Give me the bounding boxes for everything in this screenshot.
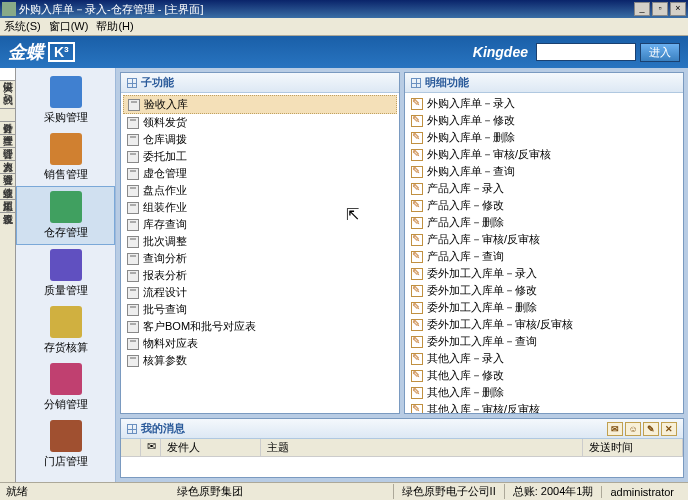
vtab-5[interactable]: 人力资源 <box>0 148 15 161</box>
list-item[interactable]: 客户BOM和批号对应表 <box>123 318 397 335</box>
list-item[interactable]: 仓库调拨 <box>123 131 397 148</box>
expand-icon[interactable] <box>127 78 137 88</box>
list-item[interactable]: 查询分析 <box>123 250 397 267</box>
menu-help[interactable]: 帮助(H) <box>96 19 133 34</box>
edit-icon <box>411 285 423 297</box>
doc-icon <box>127 321 139 333</box>
module-icon <box>50 363 82 395</box>
brand-kingdee: Kingdee <box>473 44 528 60</box>
edit-icon <box>411 336 423 348</box>
list-item[interactable]: 领料发货 <box>123 114 397 131</box>
vtab-4[interactable]: 管理会计 <box>0 135 15 148</box>
list-item[interactable]: 批次调整 <box>123 233 397 250</box>
vtab-9[interactable]: 系统设置 <box>0 200 15 213</box>
list-item[interactable]: 批号查询 <box>123 301 397 318</box>
list-item[interactable]: 产品入库－审核/反审核 <box>407 231 681 248</box>
module-4[interactable]: 存货核算 <box>16 302 115 359</box>
vtab-0[interactable]: 供应链 <box>0 68 15 81</box>
list-item[interactable]: 验收入库 <box>123 95 397 114</box>
vtab-3[interactable]: 生产管理 <box>0 122 15 135</box>
go-button[interactable]: 进入 <box>640 43 680 62</box>
msg-tool-4[interactable]: ✕ <box>661 422 677 436</box>
list-item[interactable]: 外购入库单－修改 <box>407 112 681 129</box>
col-icon[interactable] <box>121 439 141 456</box>
menu-window[interactable]: 窗口(W) <box>49 19 89 34</box>
expand-icon[interactable] <box>411 78 421 88</box>
list-item[interactable]: 委外加工入库单－修改 <box>407 282 681 299</box>
list-item[interactable]: 产品入库－录入 <box>407 180 681 197</box>
list-item[interactable]: 其他入库－审核/反审核 <box>407 401 681 413</box>
doc-icon <box>127 236 139 248</box>
item-label: 虚仓管理 <box>143 166 187 181</box>
panel-title: 子功能 <box>141 75 174 90</box>
list-item[interactable]: 核算参数 <box>123 352 397 369</box>
list-item[interactable]: 其他入库－删除 <box>407 384 681 401</box>
list-item[interactable]: 其他入库－录入 <box>407 350 681 367</box>
maximize-button[interactable]: ▫ <box>652 2 668 16</box>
minimize-button[interactable]: _ <box>634 2 650 16</box>
item-label: 外购入库单－审核/反审核 <box>427 147 551 162</box>
list-item[interactable]: 物料对应表 <box>123 335 397 352</box>
window-title: 外购入库单－录入-仓存管理 - [主界面] <box>19 2 632 17</box>
vtab-8[interactable]: 集团汇总 <box>0 187 15 200</box>
list-item[interactable]: 委外加工入库单－审核/反审核 <box>407 316 681 333</box>
list-item[interactable]: 库存查询 <box>123 216 397 233</box>
col-sender[interactable]: 发件人 <box>161 439 261 456</box>
list-item[interactable]: 外购入库单－录入 <box>407 95 681 112</box>
module-5[interactable]: 分销管理 <box>16 359 115 416</box>
msg-tool-2[interactable]: ☺ <box>625 422 641 436</box>
list-item[interactable]: 外购入库单－查询 <box>407 163 681 180</box>
module-1[interactable]: 销售管理 <box>16 129 115 186</box>
list-item[interactable]: 流程设计 <box>123 284 397 301</box>
vtab-1[interactable]: 我的K/3 <box>0 81 15 109</box>
list-item[interactable]: 委外加工入库单－录入 <box>407 265 681 282</box>
close-button[interactable]: × <box>670 2 686 16</box>
edit-icon <box>411 370 423 382</box>
list-item[interactable]: 其他入库－修改 <box>407 367 681 384</box>
module-6[interactable]: 门店管理 <box>16 416 115 473</box>
list-item[interactable]: 外购入库单－删除 <box>407 129 681 146</box>
list-item[interactable]: 报表分析 <box>123 267 397 284</box>
list-item[interactable]: 产品入库－修改 <box>407 197 681 214</box>
panel-title: 明细功能 <box>425 75 469 90</box>
vtab-6[interactable]: 资金管理 <box>0 161 15 174</box>
list-item[interactable]: 产品入库－删除 <box>407 214 681 231</box>
module-0[interactable]: 采购管理 <box>16 72 115 129</box>
item-label: 领料发货 <box>143 115 187 130</box>
doc-icon <box>127 134 139 146</box>
vtab-2[interactable]: 财务会计 <box>0 109 15 122</box>
menu-system[interactable]: 系统(S) <box>4 19 41 34</box>
item-label: 其他入库－删除 <box>427 385 504 400</box>
msg-tool-1[interactable]: ✉ <box>607 422 623 436</box>
doc-icon <box>127 304 139 316</box>
list-item[interactable]: 产品入库－查询 <box>407 248 681 265</box>
col-time[interactable]: 发送时间 <box>583 439 683 456</box>
brand-k3: K³ <box>48 42 75 62</box>
item-label: 其他入库－审核/反审核 <box>427 402 540 413</box>
vtab-7[interactable]: 企业绩效 <box>0 174 15 187</box>
edit-icon <box>411 115 423 127</box>
main-area: 供应链我的K/3财务会计生产管理管理会计人力资源资金管理企业绩效集团汇总系统设置… <box>0 68 688 482</box>
module-3[interactable]: 质量管理 <box>16 245 115 302</box>
doc-icon <box>127 355 139 367</box>
edit-icon <box>411 132 423 144</box>
list-item[interactable]: 委托加工 <box>123 148 397 165</box>
list-item[interactable]: 虚仓管理 <box>123 165 397 182</box>
panels-row: 子功能 验收入库领料发货仓库调拨委托加工虚仓管理盘点作业组装作业库存查询批次调整… <box>120 72 684 414</box>
list-item[interactable]: 委外加工入库单－删除 <box>407 299 681 316</box>
module-label: 采购管理 <box>16 110 115 125</box>
expand-icon[interactable] <box>127 424 137 434</box>
list-item[interactable]: 组装作业 <box>123 199 397 216</box>
msg-tool-3[interactable]: ✎ <box>643 422 659 436</box>
list-item[interactable]: 盘点作业 <box>123 182 397 199</box>
module-2[interactable]: 仓存管理 <box>16 186 115 245</box>
list-item[interactable]: 委外加工入库单－查询 <box>407 333 681 350</box>
list-item[interactable]: 外购入库单－审核/反审核 <box>407 146 681 163</box>
item-label: 物料对应表 <box>143 336 198 351</box>
search-input[interactable] <box>536 43 636 61</box>
edit-icon <box>411 319 423 331</box>
col-subject[interactable]: 主题 <box>261 439 583 456</box>
sub-function-list: 验收入库领料发货仓库调拨委托加工虚仓管理盘点作业组装作业库存查询批次调整查询分析… <box>121 93 399 413</box>
col-flag[interactable]: ✉ <box>141 439 161 456</box>
panel-title: 我的消息 <box>141 421 185 436</box>
